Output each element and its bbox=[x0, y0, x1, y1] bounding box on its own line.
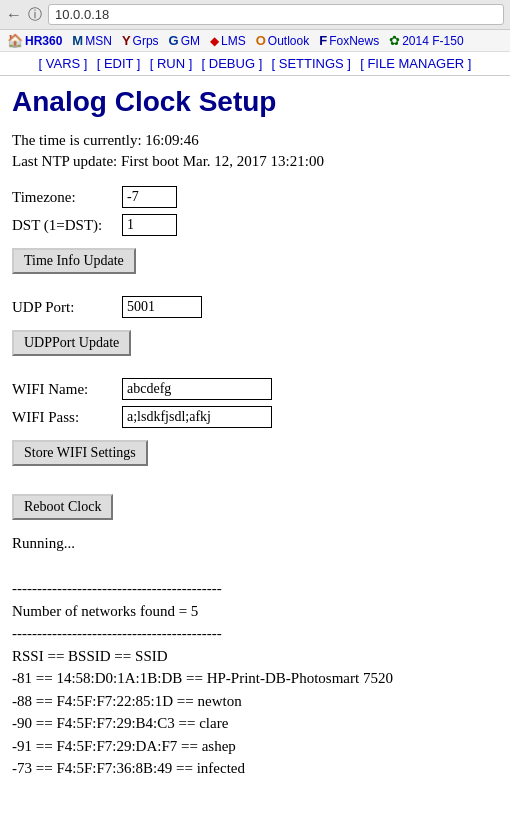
nav-vars[interactable]: [ VARS ] bbox=[39, 56, 88, 71]
time-update-button[interactable]: Time Info Update bbox=[12, 248, 136, 274]
bookmark-grps[interactable]: Y Grps bbox=[119, 32, 162, 49]
bookmark-icon-outlook: O bbox=[256, 33, 266, 48]
udp-port-label: UDP Port: bbox=[12, 299, 122, 316]
nav-edit[interactable]: [ EDIT ] bbox=[97, 56, 141, 71]
bookmark-icon-foxnews: F bbox=[319, 33, 327, 48]
url-bar[interactable]: 10.0.0.18 bbox=[48, 4, 504, 25]
wifi-name-label: WIFI Name: bbox=[12, 381, 122, 398]
bookmark-icon-f150: ✿ bbox=[389, 33, 400, 48]
bookmark-label-grps: Grps bbox=[133, 34, 159, 48]
nav-file-manager[interactable]: [ FILE MANAGER ] bbox=[360, 56, 471, 71]
dst-row: DST (1=DST): bbox=[12, 214, 498, 236]
timezone-row: Timezone: bbox=[12, 186, 498, 208]
bookmark-gm[interactable]: G GM bbox=[166, 32, 203, 49]
udp-port-input[interactable] bbox=[122, 296, 202, 318]
page-title: Analog Clock Setup bbox=[12, 86, 498, 118]
bookmark-outlook[interactable]: O Outlook bbox=[253, 32, 312, 49]
bookmark-msn[interactable]: M MSN bbox=[69, 32, 115, 49]
info-icon: ⓘ bbox=[28, 6, 42, 24]
back-button[interactable]: ← bbox=[6, 6, 22, 24]
bookmark-hr360[interactable]: 🏠 HR360 bbox=[4, 32, 65, 49]
bookmark-icon-msn: M bbox=[72, 33, 83, 48]
bookmark-icon-grps: Y bbox=[122, 33, 131, 48]
ntp-update: Last NTP update: First boot Mar. 12, 201… bbox=[12, 153, 498, 170]
output-area: Running... -----------------------------… bbox=[12, 532, 498, 780]
bookmark-label-lms: LMS bbox=[221, 34, 246, 48]
wifi-name-row: WIFI Name: bbox=[12, 378, 498, 400]
reboot-section: Reboot Clock bbox=[12, 488, 498, 526]
nav-run[interactable]: [ RUN ] bbox=[150, 56, 193, 71]
bookmark-icon-lms: ◆ bbox=[210, 34, 219, 48]
wifi-pass-label: WIFI Pass: bbox=[12, 409, 122, 426]
bookmark-label-gm: GM bbox=[181, 34, 200, 48]
timezone-section: Timezone: DST (1=DST): Time Info Update bbox=[12, 186, 498, 280]
page-content: Analog Clock Setup The time is currently… bbox=[0, 76, 510, 790]
udp-port-row: UDP Port: bbox=[12, 296, 498, 318]
bookmark-label-hr360: HR360 bbox=[25, 34, 62, 48]
bookmark-lms[interactable]: ◆ LMS bbox=[207, 33, 249, 49]
reboot-button[interactable]: Reboot Clock bbox=[12, 494, 113, 520]
nav-bar: [ VARS ] [ EDIT ] [ RUN ] [ DEBUG ] [ SE… bbox=[0, 52, 510, 76]
udp-section: UDP Port: UDPPort Update bbox=[12, 296, 498, 362]
bookmarks-bar: 🏠 HR360 M MSN Y Grps G GM ◆ LMS O Outloo… bbox=[0, 30, 510, 52]
wifi-pass-row: WIFI Pass: bbox=[12, 406, 498, 428]
bookmark-label-outlook: Outlook bbox=[268, 34, 309, 48]
dst-input[interactable] bbox=[122, 214, 177, 236]
wifi-section: WIFI Name: WIFI Pass: Store WIFI Setting… bbox=[12, 378, 498, 472]
bookmark-icon-gm: G bbox=[169, 33, 179, 48]
store-wifi-button[interactable]: Store WIFI Settings bbox=[12, 440, 148, 466]
timezone-input[interactable] bbox=[122, 186, 177, 208]
bookmark-f150[interactable]: ✿ 2014 F-150 bbox=[386, 32, 466, 49]
current-time: The time is currently: 16:09:46 bbox=[12, 132, 498, 149]
bookmark-icon-hr360: 🏠 bbox=[7, 33, 23, 48]
nav-debug[interactable]: [ DEBUG ] bbox=[202, 56, 263, 71]
bookmark-label-msn: MSN bbox=[85, 34, 112, 48]
wifi-name-input[interactable] bbox=[122, 378, 272, 400]
udp-update-button[interactable]: UDPPort Update bbox=[12, 330, 131, 356]
wifi-pass-input[interactable] bbox=[122, 406, 272, 428]
nav-settings[interactable]: [ SETTINGS ] bbox=[272, 56, 351, 71]
bookmark-foxnews[interactable]: F FoxNews bbox=[316, 32, 382, 49]
timezone-label: Timezone: bbox=[12, 189, 122, 206]
bookmark-label-f150: 2014 F-150 bbox=[402, 34, 463, 48]
dst-label: DST (1=DST): bbox=[12, 217, 122, 234]
bookmark-label-foxnews: FoxNews bbox=[329, 34, 379, 48]
browser-bar: ← ⓘ 10.0.0.18 bbox=[0, 0, 510, 30]
